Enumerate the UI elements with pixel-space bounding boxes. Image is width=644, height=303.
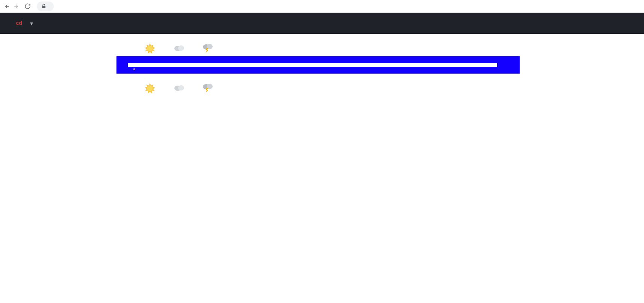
rating-sunny[interactable] bbox=[142, 43, 156, 54]
top-nav: cd ▾ bbox=[0, 13, 644, 34]
rating-storm[interactable] bbox=[199, 83, 213, 94]
rating-storm[interactable] bbox=[199, 43, 213, 54]
sun-icon bbox=[144, 83, 156, 94]
svg-point-11 bbox=[147, 86, 153, 91]
svg-point-6 bbox=[178, 45, 184, 51]
rating-cloudy[interactable] bbox=[171, 43, 184, 54]
ratings-row-2203 bbox=[131, 83, 525, 94]
svg-text:cd: cd bbox=[16, 20, 22, 26]
reload-icon[interactable] bbox=[24, 3, 31, 10]
back-icon[interactable] bbox=[3, 3, 10, 10]
url-bar[interactable] bbox=[37, 2, 54, 11]
cd-icon: cd bbox=[16, 20, 26, 27]
cloud-icon bbox=[173, 43, 184, 54]
ratings-row-2204 bbox=[131, 43, 525, 54]
lock-icon bbox=[41, 4, 46, 9]
cd-badge[interactable]: cd ▾ bbox=[16, 20, 33, 27]
rating-cloudy[interactable] bbox=[171, 83, 184, 94]
chevron-down-icon: ▾ bbox=[30, 20, 33, 27]
storm-icon bbox=[201, 43, 213, 54]
sun-icon bbox=[144, 43, 156, 54]
highlight-box bbox=[116, 56, 520, 74]
svg-point-4 bbox=[147, 46, 153, 51]
forward-icon[interactable] bbox=[14, 3, 20, 10]
rating-sunny[interactable] bbox=[142, 83, 156, 94]
storm-icon bbox=[201, 83, 213, 94]
svg-point-13 bbox=[178, 85, 184, 90]
browser-chrome bbox=[0, 0, 644, 13]
cloud-icon bbox=[173, 83, 184, 94]
